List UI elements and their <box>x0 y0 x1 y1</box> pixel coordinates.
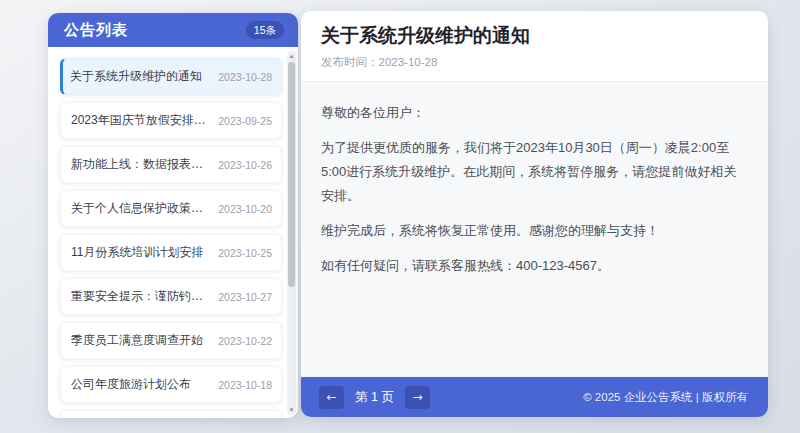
announcement-list-item[interactable]: 公司年度旅游计划公布 2023-10-18 <box>60 366 282 403</box>
detail-paragraph: 如有任何疑问，请联系客服热线：400-123-4567。 <box>321 254 746 278</box>
sidebar-header: 公告列表 15条 <box>48 13 298 47</box>
detail-title: 关于系统升级维护的通知 <box>321 24 748 49</box>
announcement-title: 重要安全提示：谨防钓鱼邮件 <box>71 288 212 305</box>
pagination: ← 第 1 页 → <box>319 386 430 409</box>
announcement-title: 2023年国庆节放假安排公告 <box>71 112 212 129</box>
announcement-date: 2023-10-20 <box>218 203 272 215</box>
announcement-date: 2023-10-27 <box>218 291 272 303</box>
announcement-title: 公司年度旅游计划公布 <box>71 376 191 393</box>
announcement-title: 关于系统升级维护的通知 <box>70 68 202 85</box>
announcement-list-item[interactable]: 新功能上线：数据报表导出 2023-10-26 <box>60 146 282 183</box>
announcement-title: 关于个人信息保护政策的更新 <box>71 200 212 217</box>
announcement-sidebar: 公告列表 15条 关于系统升级维护的通知 2023-10-28 2023年国庆节… <box>48 13 298 418</box>
prev-page-button[interactable]: ← <box>319 386 344 409</box>
sidebar-scrollbar[interactable]: ▲ ▼ <box>287 51 296 415</box>
announcement-list-item[interactable]: 季度员工满意度调查开始 2023-10-22 <box>60 322 282 359</box>
announcement-list-item[interactable]: 关于系统升级维护的通知 2023-10-28 <box>60 58 282 95</box>
detail-paragraph: 为了提供更优质的服务，我们将于2023年10月30日（周一）凌晨2:00至5:0… <box>321 136 746 208</box>
detail-paragraph: 尊敬的各位用户： <box>321 101 746 125</box>
announcement-title: 新功能上线：数据报表导出 <box>71 156 212 173</box>
detail-paragraph: 维护完成后，系统将恢复正常使用。感谢您的理解与支持！ <box>321 219 746 243</box>
scroll-down-icon[interactable]: ▼ <box>289 405 295 415</box>
announcement-list: 关于系统升级维护的通知 2023-10-28 2023年国庆节放假安排公告 20… <box>48 47 298 418</box>
sidebar-title: 公告列表 <box>64 21 128 40</box>
detail-header: 关于系统升级维护的通知 发布时间：2023-10-28 <box>301 11 768 82</box>
count-badge: 15条 <box>246 21 284 40</box>
scrollbar-thumb[interactable] <box>288 62 295 287</box>
announcement-list-item[interactable]: 关于个人信息保护政策的更新 2023-10-20 <box>60 190 282 227</box>
publish-date: 发布时间：2023-10-28 <box>321 55 748 70</box>
announcement-date: 2023-10-25 <box>218 247 272 259</box>
detail-footer: ← 第 1 页 → © 2025 企业公告系统 | 版权所有 <box>301 377 768 417</box>
page-indicator: 第 1 页 <box>355 389 394 406</box>
announcement-list-item[interactable]: 重要安全提示：谨防钓鱼邮件 2023-10-27 <box>60 278 282 315</box>
scroll-up-icon[interactable]: ▲ <box>289 51 295 61</box>
announcement-date: 2023-10-22 <box>218 335 272 347</box>
announcement-list-item[interactable]: 11月份系统培训计划安排 2023-10-25 <box>60 234 282 271</box>
announcement-title: 11月份系统培训计划安排 <box>71 244 203 261</box>
announcement-date: 2023-10-18 <box>218 379 272 391</box>
announcement-date: 2023-10-26 <box>218 159 272 171</box>
copyright-text: © 2025 企业公告系统 | 版权所有 <box>583 390 748 405</box>
announcement-list-item[interactable]: 2023年国庆节放假安排公告 2023-09-25 <box>60 102 282 139</box>
announcement-detail-card: 关于系统升级维护的通知 发布时间：2023-10-28 尊敬的各位用户：为了提供… <box>301 11 768 417</box>
announcement-date: 2023-10-28 <box>218 71 272 83</box>
next-page-button[interactable]: → <box>405 386 430 409</box>
announcement-title: 季度员工满意度调查开始 <box>71 332 203 349</box>
announcement-list-item[interactable]: 新办公楼搬迁指南 2023-10-15 <box>60 410 282 418</box>
detail-body: 尊敬的各位用户：为了提供更优质的服务，我们将于2023年10月30日（周一）凌晨… <box>301 82 768 377</box>
announcement-date: 2023-09-25 <box>218 115 272 127</box>
